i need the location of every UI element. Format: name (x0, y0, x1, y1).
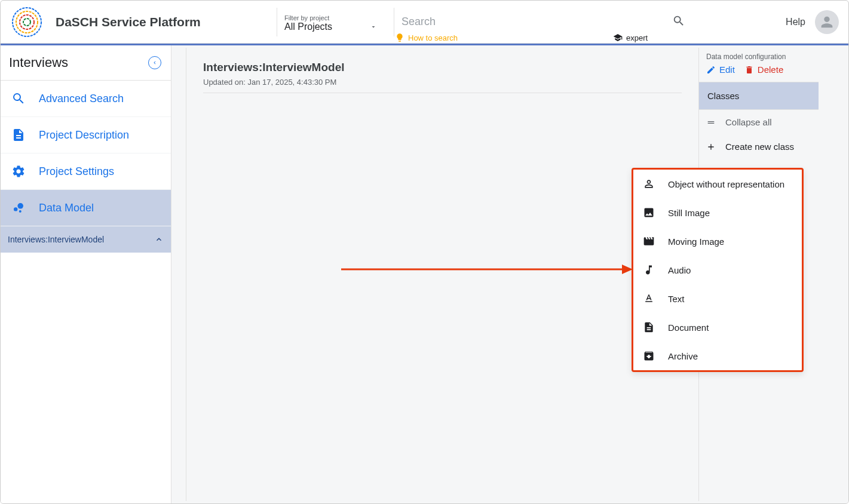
sidebar-item-advanced-search[interactable]: Advanced Search (1, 81, 171, 117)
menu-item-label: Document (668, 322, 709, 333)
sidebar-header: Interviews (1, 45, 171, 81)
sub-item-label: Interviews:InterviewModel (8, 235, 104, 244)
project-title: Interviews (9, 55, 68, 70)
chevron-left-icon (152, 60, 158, 66)
menu-item-moving-image[interactable]: Moving Image (633, 227, 802, 256)
gear-icon (11, 164, 26, 179)
edit-button[interactable]: Edit (706, 64, 735, 75)
text-format-icon (643, 293, 655, 305)
sidebar-item-label: Advanced Search (39, 93, 124, 105)
person-icon (819, 14, 835, 30)
svg-point-4 (14, 207, 17, 211)
lightbulb-icon (395, 33, 404, 42)
class-type-menu: Object without representation Still Imag… (632, 168, 804, 372)
sidebar: Interviews Advanced Search Project Descr… (1, 45, 171, 503)
menu-item-archive[interactable]: Archive (633, 342, 802, 370)
sidebar-item-label: Project Description (39, 129, 129, 142)
menu-item-label: Still Image (668, 208, 710, 218)
collapse-all-button[interactable]: Collapse all (699, 110, 819, 134)
music-note-icon (643, 264, 655, 276)
menu-item-object-without-representation[interactable]: Object without representation (633, 170, 802, 198)
svg-point-2 (20, 15, 34, 29)
person-outline-icon (643, 178, 655, 190)
logo-block: DaSCH Service Platform (10, 7, 267, 38)
sidebar-item-project-description[interactable]: Project Description (1, 117, 171, 153)
how-to-search-link[interactable]: How to search (395, 33, 458, 42)
collapse-icon (706, 118, 716, 127)
trash-icon (744, 65, 754, 75)
menu-item-still-image[interactable]: Still Image (633, 198, 802, 227)
search-wrap (394, 8, 692, 36)
project-filter-dropdown[interactable]: Filter by project All Projects (277, 8, 384, 36)
search-input[interactable] (401, 16, 672, 28)
menu-item-audio[interactable]: Audio (633, 256, 802, 284)
content-header: Interviews:InterviewModel Updated on: Ja… (203, 61, 682, 93)
sidebar-sub-item-model[interactable]: Interviews:InterviewModel (1, 226, 171, 253)
annotation-arrow (341, 262, 634, 276)
document-icon (11, 128, 26, 142)
sidebar-item-data-model[interactable]: Data Model (1, 190, 171, 226)
archive-icon (643, 350, 655, 362)
menu-item-label: Moving Image (668, 236, 724, 247)
menu-item-document[interactable]: Document (633, 313, 802, 342)
updated-timestamp: Updated on: Jan 17, 2025, 4:43:30 PM (203, 78, 682, 87)
sidebar-item-label: Project Settings (39, 165, 114, 178)
menu-item-label: Audio (668, 265, 691, 275)
search-sub-bar: How to search expert (395, 33, 648, 42)
graduation-cap-icon (613, 33, 623, 42)
filter-value: All Projects (284, 21, 332, 32)
menu-item-text[interactable]: Text (633, 284, 802, 313)
create-new-class-button[interactable]: Create new class (699, 134, 819, 159)
config-label: Data model configuration (699, 51, 819, 64)
svg-point-5 (19, 210, 22, 213)
image-icon (643, 207, 655, 219)
menu-item-label: Archive (668, 351, 698, 361)
sidebar-item-label: Data Model (39, 202, 94, 214)
movie-icon (643, 235, 655, 247)
expert-link[interactable]: expert (613, 33, 648, 42)
svg-point-6 (17, 203, 23, 209)
user-avatar[interactable] (815, 10, 839, 34)
top-bar: DaSCH Service Platform Filter by project… (1, 1, 848, 44)
bubble-chart-icon (11, 201, 26, 215)
chevron-down-icon (370, 23, 377, 30)
config-actions: Edit Delete (699, 64, 819, 82)
pencil-icon (706, 65, 716, 75)
sidebar-item-project-settings[interactable]: Project Settings (1, 153, 171, 190)
platform-title: DaSCH Service Platform (56, 15, 201, 29)
menu-item-label: Text (668, 294, 685, 304)
chevron-up-icon (154, 235, 164, 244)
search-icon (672, 14, 685, 27)
collapse-sidebar-button[interactable] (148, 56, 161, 69)
model-title: Interviews:InterviewModel (203, 61, 682, 74)
search-icon (11, 91, 26, 106)
delete-button[interactable]: Delete (744, 64, 783, 75)
classes-header: Classes (699, 82, 819, 110)
filter-label: Filter by project (284, 14, 377, 21)
menu-item-label: Object without representation (668, 179, 784, 189)
svg-point-0 (13, 8, 41, 36)
plus-icon (706, 142, 716, 152)
search-button[interactable] (672, 14, 685, 29)
help-link[interactable]: Help (786, 17, 805, 27)
svg-point-3 (23, 19, 30, 26)
document-icon (643, 321, 655, 333)
logo-icon (10, 7, 47, 38)
